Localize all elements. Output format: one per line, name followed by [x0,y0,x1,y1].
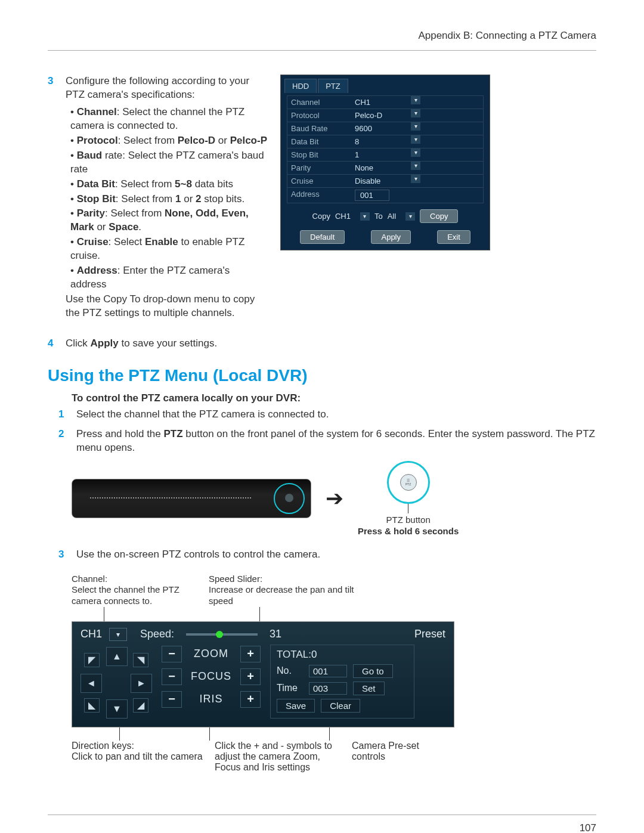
bullet-dbits: data bits [192,178,233,190]
preset-total: TOTAL:0 [277,649,408,661]
step3-tail: Use the Copy To drop-down menu to copy t… [66,293,255,318]
copy-label: Copy [312,212,330,221]
row-parity-value[interactable]: None [351,162,406,174]
chevron-down-icon[interactable]: ▾ [411,122,420,131]
dpad-downleft-button[interactable]: ◣ [84,698,100,713]
row-baud-value[interactable]: 9600 [351,122,406,135]
chevron-down-icon[interactable]: ▾ [405,212,415,221]
row-channel-label: Channel [287,96,351,109]
iris-minus-button[interactable]: − [162,691,182,708]
bullet-sb-end: stop bits. [201,193,244,205]
row-stopbit-value[interactable]: 1 [351,148,406,161]
focus-label: FOCUS [188,670,234,683]
copy-to-value[interactable]: All [388,212,396,221]
row-address-label: Address [287,188,351,203]
zoom-label: ZOOM [188,648,234,660]
dpad-upleft-button[interactable]: ◤ [84,653,100,667]
focus-plus-button[interactable]: + [240,668,261,685]
osd-speed-label: Speed: [140,628,174,640]
ptz-settings-screenshot: HDDPTZ ChannelCH1▾ ProtocolPelco-D▾ Baud… [280,75,490,250]
substep-3: Use the on-screen PTZ controls to contro… [76,548,596,562]
osd-speed-slider[interactable] [186,633,258,636]
chevron-down-icon[interactable]: ▾ [411,148,420,157]
bullet-enable: Enable [145,236,178,247]
ptz-hold-caption: Press & hold 6 seconds [358,526,459,536]
focus-minus-button[interactable]: − [162,668,182,685]
bullet-channel-bold: Channel [77,106,117,117]
dpad-down-button[interactable]: ▼ [106,699,128,719]
apply-button[interactable]: Apply [371,230,411,244]
iris-plus-button[interactable]: + [240,691,261,708]
step-number-4: 4 [48,337,58,351]
bullet-baud-bold: Baud [77,150,103,161]
preset-time-value[interactable]: 003 [309,682,347,695]
bullet-stopbit: : Select from [116,193,175,205]
bullet-cruise-bold: Cruise [77,236,109,247]
substep-1: Select the channel that the PTZ camera i… [76,408,596,422]
chevron-down-icon[interactable]: ▾ [411,109,420,117]
row-address-value[interactable]: 001 [351,188,406,203]
dvr-ptz-button-circle [274,483,305,514]
bullet-or2: or [181,193,196,205]
bullet-par-end: . [138,221,141,233]
save-button[interactable]: Save [277,699,315,713]
bullet-protocol-bold: Protocol [77,135,118,146]
dpad-upright-button[interactable]: ◥ [133,653,148,667]
callout-direction-keys: Direction keys: Click to pan and tilt th… [72,741,203,773]
bullet-address-bold: Address [77,265,117,276]
callout-channel: Channel: Select the channel the PTZ came… [72,574,209,607]
preset-panel: TOTAL:0 No. 001 Go to Time 003 Set Save … [270,645,414,719]
bullet-or3: or [94,221,109,233]
bullet-pelcod: Pelco-D [178,135,215,146]
callout-zoom-focus-iris: Click the + and - symbols to adjust the … [215,741,340,773]
dpad-right-button[interactable]: ► [131,674,152,693]
chevron-down-icon[interactable]: ▾ [411,135,420,144]
ptz-button-detail: ☰PTZ [387,461,430,504]
osd-channel-dropdown[interactable]: ▾ [109,628,127,641]
bullet-cruise: : Select [109,236,145,247]
tab-hdd[interactable]: HDD [284,79,317,93]
bullet-protocol: : Select from [118,135,178,146]
bullet-58: 5~8 [175,178,192,190]
osd-speed-value: 31 [270,628,281,640]
callout-speed: Speed Slider: Increase or decrease the p… [209,574,364,607]
goto-button[interactable]: Go to [353,664,393,678]
copy-button[interactable]: Copy [420,209,458,223]
row-cruise-value[interactable]: Disable [351,175,406,187]
tab-ptz[interactable]: PTZ [318,79,348,93]
ptz-osd-screenshot: CH1 ▾ Speed: 31 Preset ▲ ▼ ◄ ► ◤ ◥ ◣ ◢ [72,622,454,727]
page-header: Appendix B: Connecting a PTZ Camera [48,30,596,51]
bullet-parity-bold: Parity [77,208,105,219]
row-databit-value[interactable]: 8 [351,135,406,148]
copy-from-value[interactable]: CH1 [335,212,351,221]
dpad-downright-button[interactable]: ◢ [133,698,148,713]
osd-channel-value: CH1 [80,628,102,640]
row-channel-value[interactable]: CH1 [351,96,406,109]
set-button[interactable]: Set [353,682,385,695]
s2-b: PTZ [163,428,182,439]
iris-label: IRIS [188,693,234,705]
row-baud-label: Baud Rate [287,122,351,135]
preset-no-value[interactable]: 001 [309,665,347,677]
dpad-up-button[interactable]: ▲ [106,647,128,666]
zoom-plus-button[interactable]: + [240,646,261,662]
row-parity-label: Parity [287,162,351,174]
step4-b: Apply [91,337,119,349]
bullet-or: or [215,135,230,146]
exit-button[interactable]: Exit [437,230,470,244]
chevron-down-icon[interactable]: ▾ [411,162,420,170]
default-button[interactable]: Default [300,230,345,244]
bullet-databit-bold: Data Bit [77,178,115,190]
s2-a: Press and hold the [76,428,163,439]
row-protocol-value[interactable]: Pelco-D [351,109,406,122]
chevron-down-icon[interactable]: ▾ [411,175,420,183]
clear-button[interactable]: Clear [321,699,360,713]
chevron-down-icon[interactable]: ▾ [411,96,420,104]
chevron-down-icon[interactable]: ▾ [360,212,370,221]
dpad-left-button[interactable]: ◄ [80,674,102,693]
bullet-space: Space [109,221,138,233]
osd-preset-title: Preset [414,628,445,640]
zoom-minus-button[interactable]: − [162,646,182,662]
substep-2-num: 2 [58,428,69,455]
copy-to-label: To [374,212,383,221]
